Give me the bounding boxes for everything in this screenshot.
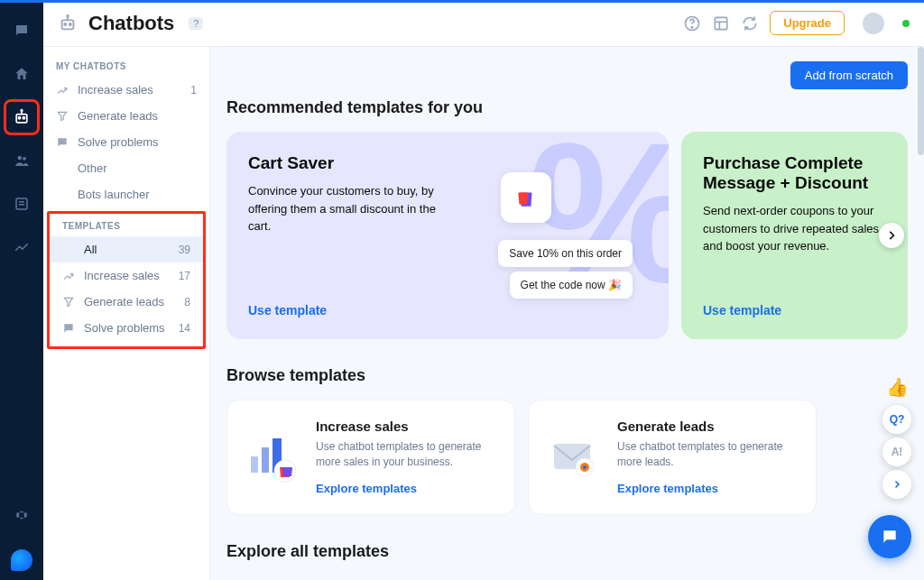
nav-item-visitors[interactable] xyxy=(9,148,34,173)
inbox-icon xyxy=(14,196,30,212)
sidebar-my-increase-sales[interactable]: Increase sales 1 xyxy=(43,77,209,103)
sidebar-item-count: 8 xyxy=(184,296,190,308)
nav-item-inbox[interactable] xyxy=(9,191,34,216)
content-area: Add from scratch Recommended templates f… xyxy=(210,47,924,580)
sidebar-item-count: 17 xyxy=(179,270,190,282)
browse-heading: Browse templates xyxy=(226,366,908,385)
sidebar-my-generate-leads[interactable]: Generate leads xyxy=(43,103,209,129)
feedback-thumbs-up-icon[interactable]: 👍 xyxy=(886,376,909,398)
envelope-illustration-icon xyxy=(547,429,603,485)
svg-point-11 xyxy=(64,23,66,24)
explore-templates-link[interactable]: Explore templates xyxy=(617,482,718,495)
sidebar-item-count: 39 xyxy=(179,244,190,256)
promo-chip-2: Get the code now 🎉 xyxy=(510,272,633,299)
solve-problems-icon xyxy=(62,322,75,335)
title-help-badge[interactable]: ? xyxy=(189,17,203,30)
sidebar-item-label: Increase sales xyxy=(84,269,160,282)
svg-rect-20 xyxy=(251,456,258,473)
sidebar-templates-solve-problems[interactable]: Solve problems 14 xyxy=(50,315,203,341)
widget-icon[interactable] xyxy=(712,14,730,32)
gear-icon xyxy=(14,507,30,523)
help-float-stack: 👍 Q? A! xyxy=(882,380,911,499)
sidebar-item-label: Generate leads xyxy=(78,109,158,123)
rec-card-title: Purchase Complete Message + Discount xyxy=(703,153,886,193)
rec-card-desc: Send next-order coupons to your customer… xyxy=(703,202,886,255)
chat-fill-icon xyxy=(881,528,899,546)
svg-point-5 xyxy=(18,156,23,161)
recommended-carousel: % Cart Saver Convince your customers to … xyxy=(226,132,908,339)
browse-card-generate-leads[interactable]: Generate leads Use chatbot templates to … xyxy=(528,400,817,515)
brand-logo-icon[interactable] xyxy=(11,549,32,571)
arrow-right-icon xyxy=(885,229,898,242)
browse-card-title: Generate leads xyxy=(617,419,798,434)
sidebar-templates-generate-leads[interactable]: Generate leads 8 xyxy=(50,289,203,315)
help-q-button[interactable]: Q? xyxy=(882,405,911,434)
avatar[interactable] xyxy=(863,13,884,34)
recommended-heading: Recommended templates for you xyxy=(226,98,908,117)
rec-card-desc: Convince your customers to buy, by offer… xyxy=(248,182,447,235)
sidebar-templates-all[interactable]: All 39 xyxy=(50,236,203,262)
carousel-next-button[interactable] xyxy=(879,223,904,248)
browse-card-desc: Use chatbot templates to generate more s… xyxy=(316,439,496,471)
svg-point-27 xyxy=(583,465,587,469)
nav-item-chatbots[interactable] xyxy=(9,105,34,130)
home-icon xyxy=(14,66,30,82)
header: Chatbots ? Upgrade xyxy=(43,0,924,47)
sidebar-item-label: Increase sales xyxy=(78,83,153,97)
generate-leads-icon xyxy=(56,110,69,123)
robot-outline-icon xyxy=(58,14,78,33)
solve-problems-icon xyxy=(56,136,69,149)
svg-rect-21 xyxy=(262,447,269,473)
help-ai-button[interactable]: A! xyxy=(882,437,911,466)
refresh-icon[interactable] xyxy=(741,14,759,32)
use-template-link[interactable]: Use template xyxy=(703,303,886,318)
add-from-scratch-button[interactable]: Add from scratch xyxy=(790,61,908,89)
sidebar-item-label: Bots launcher xyxy=(78,188,150,201)
nav-item-settings[interactable] xyxy=(9,502,34,528)
explore-all-heading: Explore all templates xyxy=(226,542,908,561)
nav-item-home[interactable] xyxy=(9,61,34,87)
increase-sales-icon xyxy=(62,270,75,282)
sidebar-my-other[interactable]: Other xyxy=(43,155,209,181)
sidebar-item-label: Generate leads xyxy=(84,295,164,308)
analytics-icon xyxy=(14,239,30,255)
rec-card-title: Cart Saver xyxy=(248,153,647,173)
svg-point-16 xyxy=(692,26,693,27)
browse-card-desc: Use chatbot templates to generate more l… xyxy=(617,439,798,471)
sidebar-item-count: 1 xyxy=(190,84,197,97)
nav-item-analytics[interactable] xyxy=(9,235,34,260)
svg-point-12 xyxy=(69,23,71,24)
chat-fab[interactable] xyxy=(868,515,911,558)
recommended-card-cart-saver[interactable]: % Cart Saver Convince your customers to … xyxy=(226,132,669,339)
sidebar-my-solve-problems[interactable]: Solve problems xyxy=(43,129,209,155)
sidebar-item-label: Solve problems xyxy=(84,321,165,335)
explore-templates-link[interactable]: Explore templates xyxy=(316,482,417,495)
browse-card-title: Increase sales xyxy=(316,419,496,434)
sidebar-templates-highlight: TEMPLATES All 39 Increase sales 17 Gener… xyxy=(47,211,206,349)
people-icon xyxy=(14,152,30,169)
svg-point-6 xyxy=(23,157,26,161)
page-title: Chatbots xyxy=(88,12,174,35)
use-template-link[interactable]: Use template xyxy=(248,303,647,318)
sidebar-my-bots-launcher[interactable]: Bots launcher xyxy=(43,181,209,207)
robot-icon xyxy=(13,108,31,126)
sidebar-item-label: Other xyxy=(78,161,107,175)
svg-point-2 xyxy=(23,117,24,119)
browse-card-increase-sales[interactable]: Increase sales Use chatbot templates to … xyxy=(226,400,515,515)
recommended-card-purchase-complete[interactable]: Purchase Complete Message + Discount Sen… xyxy=(681,132,908,339)
sidebar-templates-increase-sales[interactable]: Increase sales 17 xyxy=(50,262,203,289)
sidebar-item-label: All xyxy=(84,243,97,256)
increase-sales-icon xyxy=(56,84,69,97)
svg-point-1 xyxy=(18,117,20,119)
svg-point-14 xyxy=(67,14,69,16)
nav-item-conversations[interactable] xyxy=(9,18,34,43)
help-circle-icon[interactable] xyxy=(683,14,701,32)
svg-rect-17 xyxy=(716,17,727,29)
chat-bubble-icon xyxy=(14,23,30,39)
upgrade-button[interactable]: Upgrade xyxy=(770,11,845,35)
online-status-indicator xyxy=(902,20,910,27)
sidebar-item-count: 14 xyxy=(179,322,190,335)
bar-chart-illustration-icon xyxy=(245,429,301,485)
help-next-button[interactable] xyxy=(882,470,911,499)
scrollbar[interactable] xyxy=(918,47,924,155)
